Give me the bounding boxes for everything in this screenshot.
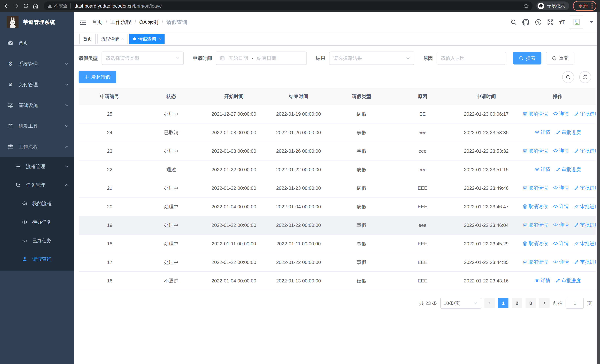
- detail-link[interactable]: 详情: [553, 111, 569, 117]
- home-icon[interactable]: [31, 1, 40, 10]
- detail-link[interactable]: 详情: [553, 148, 569, 154]
- sidebar-item-dev-tools[interactable]: 研发工具: [0, 116, 74, 136]
- back-icon[interactable]: [2, 1, 11, 10]
- progress-link[interactable]: 审批进度: [555, 278, 581, 284]
- cancel-leave-link[interactable]: 取消请假: [523, 240, 548, 247]
- kebab-menu-icon[interactable]: [591, 3, 593, 9]
- end-date-placeholder: 结束日期: [257, 55, 276, 62]
- tab-leave-query[interactable]: 请假查询×: [129, 34, 165, 44]
- cancel-leave-link[interactable]: 取消请假: [523, 185, 548, 191]
- sidebar-item-process-management[interactable]: 流程管理: [0, 157, 74, 176]
- tab-home[interactable]: 首页: [79, 34, 96, 44]
- cancel-leave-link[interactable]: 取消请假: [523, 203, 548, 210]
- cell-start: 2022-01-22 00:00:00: [202, 253, 266, 271]
- progress-link[interactable]: 审批进度: [574, 203, 596, 210]
- table-search-toggle-button[interactable]: [562, 71, 574, 83]
- chevron-up-icon: [65, 145, 69, 149]
- detail-link[interactable]: 详情: [534, 166, 550, 173]
- progress-link[interactable]: 审批进度: [574, 222, 596, 228]
- page-button-3[interactable]: 3: [525, 298, 536, 308]
- cell-type: 婚假: [331, 271, 392, 290]
- sidebar-item-task-management[interactable]: 任务管理: [0, 176, 74, 194]
- next-page-button[interactable]: [539, 298, 550, 308]
- search-button[interactable]: 搜索: [513, 52, 542, 65]
- sidebar-item-workflow[interactable]: 工作流程: [0, 136, 74, 157]
- url-bar[interactable]: 不安全 dashboard.yudao.iocoder.cn/bpm/oa/le…: [44, 1, 533, 10]
- page-size-select[interactable]: 10条/页: [440, 298, 481, 309]
- detail-link[interactable]: 详情: [553, 222, 569, 228]
- apply-time-range-picker[interactable]: 开始日期 - 结束日期: [216, 52, 307, 65]
- edit-icon: [574, 111, 579, 116]
- table-refresh-button[interactable]: [579, 71, 591, 83]
- cell-actions: 取消请假详情审批进度: [520, 253, 596, 271]
- detail-link[interactable]: 详情: [553, 203, 569, 210]
- forward-icon[interactable]: [12, 1, 21, 10]
- progress-link[interactable]: 审批进度: [574, 240, 596, 247]
- close-icon[interactable]: ×: [158, 37, 161, 41]
- detail-link[interactable]: 详情: [534, 277, 550, 284]
- detail-link[interactable]: 详情: [534, 129, 550, 135]
- help-icon[interactable]: ?: [535, 19, 542, 26]
- font-size-icon[interactable]: ᴛT: [559, 19, 564, 25]
- page-button-2[interactable]: 2: [512, 298, 522, 308]
- cell-start: 2022-01-04 00:00:00: [202, 271, 266, 290]
- cell-end: 2022-01-26 00:00:00: [266, 142, 331, 160]
- cell-type: 病假: [331, 160, 392, 179]
- cancel-leave-link[interactable]: 取消请假: [523, 259, 548, 265]
- trash-icon: [523, 186, 527, 190]
- chevron-down-icon: [406, 56, 410, 60]
- progress-link[interactable]: 审批进度: [555, 166, 581, 173]
- trash-icon: [523, 241, 527, 246]
- breadcrumb-item[interactable]: 工作流程: [111, 19, 131, 26]
- bookmark-star-icon[interactable]: [523, 3, 529, 9]
- progress-link[interactable]: 审批进度: [574, 148, 596, 154]
- table-row: 21处理中2022-01-22 00:00:002022-01-23 00:00…: [79, 179, 596, 197]
- sidebar-item-system-management[interactable]: ⚙系统管理: [0, 53, 74, 74]
- page-button-1[interactable]: 1: [498, 298, 508, 308]
- leave-type-select[interactable]: 请选择请假类型: [102, 52, 184, 65]
- goto-page-input[interactable]: [566, 298, 584, 309]
- result-select[interactable]: 请选择流结果: [329, 52, 414, 65]
- cell-status: 处理中: [141, 105, 202, 123]
- create-leave-button[interactable]: 发起请假: [79, 71, 116, 84]
- scrollbar[interactable]: [597, 12, 600, 364]
- prev-page-button[interactable]: [484, 298, 495, 308]
- search-icon[interactable]: [510, 19, 517, 25]
- column-header: 操作: [520, 88, 596, 105]
- sidebar-collapse-icon[interactable]: [79, 19, 86, 25]
- fullscreen-icon[interactable]: [547, 19, 553, 25]
- sidebar-item-payment-management[interactable]: ¥支付管理: [0, 74, 74, 95]
- cancel-leave-link[interactable]: 取消请假: [523, 148, 548, 154]
- cell-start: 2022-01-22 00:00:00: [202, 179, 266, 197]
- tab-process-detail[interactable]: 流程详情×: [97, 34, 128, 44]
- avatar[interactable]: [570, 16, 583, 29]
- reason-input[interactable]: [437, 52, 506, 65]
- progress-link[interactable]: 审批进度: [574, 185, 596, 191]
- progress-link[interactable]: 审批进度: [574, 111, 596, 117]
- github-icon[interactable]: [522, 19, 529, 26]
- cell-end: 2022-01-13 00:00:00: [266, 271, 331, 290]
- sidebar-item-todo-tasks[interactable]: 待办任务: [0, 213, 74, 231]
- cancel-leave-link[interactable]: 取消请假: [523, 222, 548, 228]
- reset-button[interactable]: 重置: [546, 52, 574, 65]
- sidebar-menu: 首页⚙系统管理¥支付管理基础设施研发工具工作流程流程管理任务管理我的流程待办任务…: [0, 33, 74, 271]
- cancel-leave-link[interactable]: 取消请假: [523, 111, 548, 117]
- detail-link[interactable]: 详情: [553, 185, 569, 191]
- detail-link[interactable]: 详情: [553, 259, 569, 265]
- progress-link[interactable]: 审批进度: [555, 129, 581, 136]
- close-icon[interactable]: ×: [121, 37, 124, 41]
- detail-link[interactable]: 详情: [553, 240, 569, 247]
- reload-icon[interactable]: [21, 1, 30, 10]
- breadcrumb-item[interactable]: 首页: [92, 19, 102, 26]
- update-button[interactable]: 更新: [573, 1, 596, 11]
- avatar-caret-icon[interactable]: [590, 21, 593, 23]
- sidebar-item-done-tasks[interactable]: 已办任务: [0, 231, 74, 250]
- cell-id: 18: [79, 234, 141, 253]
- sidebar-item-infrastructure[interactable]: 基础设施: [0, 95, 74, 116]
- sidebar-item-leave-query[interactable]: 请假查询: [0, 250, 74, 268]
- sidebar-item-home[interactable]: 首页: [0, 33, 74, 53]
- breadcrumb-item[interactable]: OA 示例: [139, 19, 159, 26]
- edit-icon: [574, 204, 579, 209]
- progress-link[interactable]: 审批进度: [574, 259, 596, 265]
- sidebar-item-my-process[interactable]: 我的流程: [0, 194, 74, 213]
